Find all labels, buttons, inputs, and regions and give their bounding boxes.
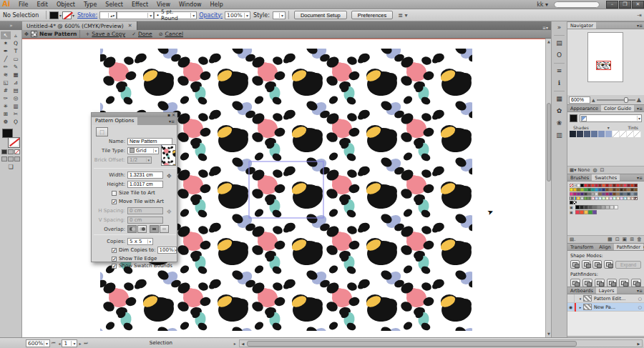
draw-behind-button[interactable]	[8, 156, 14, 161]
link-dimensions-icon[interactable]: ✥	[167, 173, 172, 179]
copies-select[interactable]: 5 x 5▾	[127, 238, 153, 245]
visibility-eye-icon[interactable]	[567, 294, 575, 303]
close-button[interactable]: ✕	[632, 1, 644, 9]
zoom-level-select[interactable]: 600%▾	[26, 339, 50, 347]
collapse-controlbar-icon[interactable]: ⇥	[637, 12, 644, 19]
workspace-switcher[interactable]: kk ▾	[537, 1, 548, 8]
show-tile-edge-checkbox[interactable]: ✓	[112, 257, 117, 262]
artboard-number-select[interactable]: 1▾	[62, 339, 77, 347]
done-link[interactable]: Done	[138, 31, 152, 37]
blend-tool-icon[interactable]: ◎	[11, 94, 21, 102]
divide-button[interactable]	[570, 279, 580, 287]
save-a-copy-link[interactable]: Save a Copy	[92, 31, 125, 37]
menu-view[interactable]: View	[152, 1, 175, 8]
tab-align[interactable]: Align	[596, 244, 613, 250]
navigator-zoom-input[interactable]	[569, 96, 590, 104]
color-variation-swatch[interactable]	[570, 131, 577, 137]
layer-row[interactable]: ▾Pattern Edit...○	[567, 294, 644, 303]
draw-inside-button[interactable]	[14, 156, 20, 161]
color-icon[interactable]: ≡	[552, 65, 567, 77]
screen-mode-icon[interactable]: ❏	[8, 164, 13, 170]
outline-button[interactable]	[619, 279, 629, 287]
save-group-icon[interactable]: ⊡	[600, 167, 605, 173]
restore-button[interactable]: ❐	[619, 1, 631, 9]
document-setup-button[interactable]: Document Setup	[294, 11, 347, 19]
stroke-swatch[interactable]	[9, 138, 19, 147]
color-variation-swatch[interactable]	[577, 131, 584, 137]
variation-menu-icon[interactable]: ▾	[589, 125, 628, 130]
tab-artboards[interactable]: Artboards	[567, 287, 596, 294]
symbols-icon[interactable]: ✿	[552, 105, 567, 117]
tab-close-icon[interactable]: ✕	[128, 23, 132, 29]
opacity-link[interactable]: Opacity:	[197, 12, 225, 19]
fill-stroke-indicator[interactable]	[2, 129, 19, 147]
stroke-color-chip[interactable]	[62, 11, 72, 19]
layer-target-icon[interactable]: ○	[638, 304, 642, 309]
move-tile-checkbox[interactable]: ✓	[112, 199, 117, 204]
layer-name[interactable]: New Pa...	[594, 304, 615, 310]
layer-target-icon[interactable]: ○	[638, 296, 642, 301]
layer-name[interactable]: Pattern Edit...	[594, 296, 625, 302]
visibility-eye-icon[interactable]: ◉	[567, 303, 575, 312]
size-tile-checkbox[interactable]	[112, 191, 117, 196]
menu-select[interactable]: Select	[101, 1, 127, 8]
status-menu-icon[interactable]: ▸	[234, 341, 236, 346]
navigator-zoom-slider[interactable]	[597, 99, 635, 101]
navigator-proxy[interactable]	[567, 29, 644, 95]
dim-copies-select[interactable]: 100%▾	[157, 247, 177, 254]
color-variation-swatch[interactable]	[634, 131, 641, 137]
color-variation-swatch[interactable]	[598, 131, 605, 137]
color-variation-swatch[interactable]	[584, 131, 591, 137]
color-mode-button[interactable]	[1, 149, 7, 154]
column-graph-tool-icon[interactable]: ▥	[11, 102, 21, 110]
color-variation-swatch[interactable]	[620, 131, 627, 137]
tab-transform[interactable]: Transform	[567, 244, 596, 250]
color-variation-swatch[interactable]	[605, 131, 613, 137]
shape-builder-tool-icon[interactable]: ◱	[1, 79, 11, 86]
tab-appearance[interactable]: Appearance	[567, 105, 601, 111]
tab-swatches[interactable]: Swatches	[592, 174, 620, 181]
collapse-panels-icon[interactable]: »	[552, 21, 567, 34]
style-select[interactable]: ▾	[273, 11, 286, 19]
color-group-folder-icon[interactable]: ▣	[570, 210, 575, 214]
dim-copies-checkbox[interactable]: ✓	[112, 248, 117, 253]
hand-tool-icon[interactable]: ❁	[1, 118, 11, 126]
overlap-left-front-button[interactable]	[127, 225, 137, 233]
base-color-swatch[interactable]	[570, 114, 577, 122]
stroke-icon[interactable]: O	[552, 49, 567, 61]
new-color-group-icon[interactable]: ▣	[623, 237, 628, 242]
tab-color-guide[interactable]: Color Guide	[601, 105, 634, 111]
expand-button[interactable]: Expand	[615, 261, 641, 269]
last-artboard-icon[interactable]: ⏭	[84, 340, 87, 346]
color-variation-swatch[interactable]	[591, 131, 598, 137]
vertical-scrollbar[interactable]: ▲ ▼	[545, 39, 551, 337]
pattern-options-tab[interactable]: Pattern Options	[92, 117, 137, 125]
draw-normal-button[interactable]	[1, 156, 7, 161]
panel-collapse-icon[interactable]: ▪	[167, 112, 170, 117]
expand-layer-icon[interactable]: ▾	[577, 297, 583, 301]
tab-menu-icon[interactable]: ≡▾	[540, 25, 551, 30]
intersect-button[interactable]	[592, 260, 602, 269]
overlap-bottom-front-button[interactable]	[160, 225, 169, 233]
menu-file[interactable]: File	[14, 1, 32, 8]
expand-layer-icon[interactable]: ▸	[577, 305, 583, 309]
zoom-slider-thumb[interactable]	[624, 97, 628, 103]
align-icons[interactable]: ≣ ▾	[395, 12, 410, 19]
line-segment-tool-icon[interactable]: ╱	[1, 55, 11, 63]
menu-help[interactable]: Help	[206, 1, 228, 8]
fill-color-chip[interactable]	[49, 11, 59, 19]
pen-tool-icon[interactable]: ✒	[1, 47, 11, 55]
free-transform-tool-icon[interactable]: ▦	[11, 71, 21, 79]
zoom-out-mountain-icon[interactable]: ▲	[592, 97, 595, 102]
pattern-name-input[interactable]	[127, 138, 172, 145]
graphic-styles-icon[interactable]: ❀	[552, 117, 567, 129]
tab-navigator[interactable]: Navigator	[567, 22, 596, 29]
app-logo[interactable]: Ai	[0, 0, 14, 9]
swatch-options-icon[interactable]: ⊡	[615, 237, 620, 242]
toolbar-collapse-icon[interactable]: »	[0, 21, 22, 30]
delete-swatch-icon[interactable]: 🗑	[637, 237, 642, 242]
gradient-mode-button[interactable]	[8, 149, 14, 154]
merge-button[interactable]	[595, 279, 605, 287]
edit-colors-icon[interactable]: ◍	[592, 167, 597, 173]
swatch[interactable]	[634, 192, 638, 196]
